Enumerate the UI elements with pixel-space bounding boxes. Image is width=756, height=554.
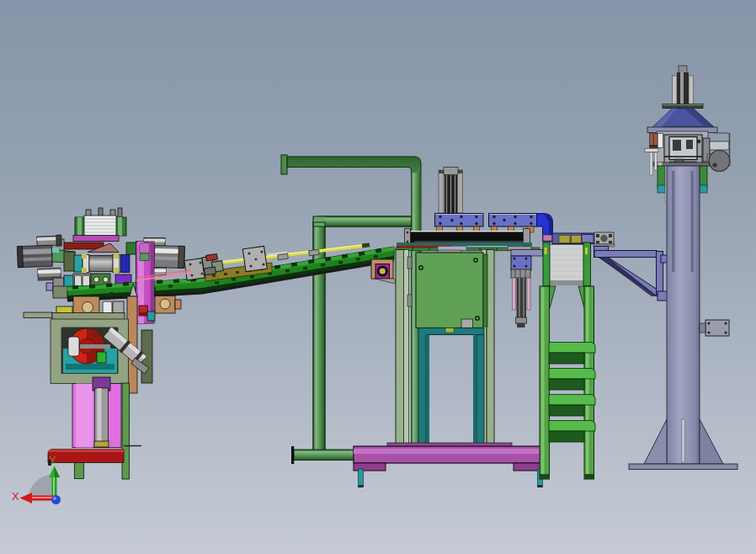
svg-text:Y: Y [49, 454, 56, 466]
svg-text:X: X [12, 490, 19, 503]
